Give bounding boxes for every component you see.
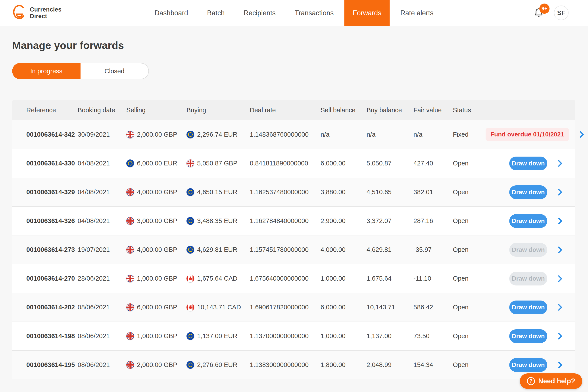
sell-balance-cell: 6,000.00: [321, 160, 367, 167]
flag-eur-icon: [187, 246, 194, 254]
booking-date-cell: 08/06/2021: [78, 361, 126, 368]
fair-value-cell: -11.10: [413, 275, 453, 282]
row-chevron[interactable]: [550, 160, 570, 167]
draw-down-button[interactable]: Draw down: [509, 300, 547, 314]
buy-balance-cell: 3,372.07: [367, 217, 413, 224]
flag-gbp-icon: [126, 361, 134, 369]
draw-down-button[interactable]: Draw down: [509, 185, 547, 199]
draw-down-button[interactable]: Draw down: [509, 156, 547, 170]
nav-item-dashboard[interactable]: Dashboard: [146, 0, 196, 26]
nav-item-transactions[interactable]: Transactions: [286, 0, 342, 26]
need-help-label: Need help?: [538, 377, 575, 385]
brand-logo[interactable]: Currencies Direct: [12, 5, 61, 20]
status-cell: Open: [453, 332, 486, 340]
buying-cell: 1,137.00 EUR: [187, 332, 250, 340]
column-header-selling: Selling: [126, 106, 187, 114]
column-header-reference: Reference: [26, 106, 78, 114]
flag-gbp-icon: [126, 246, 134, 254]
row-chevron[interactable]: [550, 361, 570, 369]
booking-date-cell: 08/06/2021: [78, 332, 126, 340]
question-icon: ?: [527, 377, 535, 385]
action-cell: Draw down: [486, 272, 550, 286]
buying-cell: 4,650.15 EUR: [187, 188, 250, 196]
need-help-button[interactable]: ? Need help?: [520, 374, 582, 389]
draw-down-button[interactable]: Draw down: [509, 214, 547, 228]
draw-down-button: Draw down: [509, 243, 547, 257]
selling-amount: 2,000.00 GBP: [137, 131, 177, 138]
selling-amount: 3,000.00 GBP: [137, 217, 177, 224]
reference-cell: 0010063614-330: [26, 160, 78, 167]
flag-eur-icon: [187, 217, 194, 225]
deal-rate-cell: 1.148368760000000: [250, 131, 321, 138]
nav-item-batch[interactable]: Batch: [199, 0, 233, 26]
row-chevron[interactable]: [550, 275, 570, 282]
flag-eur-icon: [187, 188, 194, 196]
buying-amount: 4,629.81 EUR: [197, 246, 237, 253]
row-chevron[interactable]: [550, 304, 570, 311]
booking-date-cell: 08/06/2021: [78, 304, 126, 311]
nav-item-rate-alerts[interactable]: Rate alerts: [392, 0, 442, 26]
flag-eur-icon: [187, 188, 194, 196]
draw-down-button[interactable]: Draw down: [509, 358, 547, 372]
status-cell: Open: [453, 361, 486, 368]
table-row[interactable]: 0010063614-198 08/06/2021 1,000.00 GBP 1…: [12, 322, 575, 350]
status-cell: Open: [453, 275, 486, 282]
table-row[interactable]: 0010063614-202 08/06/2021 6,000.00 GBP 1…: [12, 293, 575, 322]
nav-item-recipients[interactable]: Recipients: [235, 0, 284, 26]
column-header-sell-balance: Sell balance: [321, 106, 367, 114]
column-header-status: Status: [453, 106, 486, 114]
draw-down-button[interactable]: Draw down: [509, 329, 547, 343]
fair-value-cell: 586.42: [413, 304, 453, 311]
table-row[interactable]: 0010063614-270 28/06/2021 1,000.00 GBP 1…: [12, 264, 575, 293]
deal-rate-cell: 1.162537480000000: [250, 188, 321, 196]
fair-value-cell: 427.40: [413, 160, 453, 167]
buying-amount: 1,137.00 EUR: [197, 332, 237, 340]
row-chevron[interactable]: [550, 246, 570, 254]
selling-amount: 6,000.00 GBP: [137, 304, 177, 311]
chevron-right-icon: [558, 246, 563, 254]
nav-item-forwards[interactable]: Forwards: [344, 0, 390, 26]
sell-balance-cell: n/a: [321, 131, 367, 138]
selling-cell: 1,000.00 GBP: [126, 274, 187, 282]
notifications-button[interactable]: 9+: [533, 7, 545, 18]
action-cell: Draw down: [486, 300, 550, 314]
action-cell: Fund overdue 01/10/2021: [486, 128, 572, 141]
deal-rate-cell: 1.690617820000000: [250, 304, 321, 311]
sell-balance-cell: 6,000.00: [321, 304, 367, 311]
table-row[interactable]: 0010063614-329 04/08/2021 4,000.00 GBP 4…: [12, 178, 575, 206]
avatar[interactable]: SF: [554, 6, 569, 20]
row-chevron[interactable]: [572, 131, 588, 138]
buy-balance-cell: n/a: [367, 131, 413, 138]
brand-logo-icon: [12, 5, 26, 20]
fair-value-cell: 154.34: [413, 361, 453, 368]
row-chevron[interactable]: [550, 217, 570, 225]
row-chevron[interactable]: [550, 188, 570, 196]
buy-balance-cell: 4,510.65: [367, 188, 413, 196]
buying-amount: 5,050.87 GBP: [197, 160, 237, 167]
table-row[interactable]: 0010063614-342 30/09/2021 2,000.00 GBP 2…: [12, 120, 575, 149]
action-cell: Draw down: [486, 329, 550, 343]
flag-eur-icon: [187, 361, 194, 369]
buying-cell: 10,143.71 CAD: [187, 304, 250, 311]
table-body: 0010063614-342 30/09/2021 2,000.00 GBP 2…: [12, 120, 575, 379]
table-row[interactable]: 0010063614-330 04/08/2021 6,000.00 EUR 5…: [12, 149, 575, 178]
tab-closed[interactable]: Closed: [81, 63, 149, 79]
reference-cell: 0010063614-342: [26, 131, 78, 138]
table-row[interactable]: 0010063614-326 04/08/2021 3,000.00 GBP 3…: [12, 206, 575, 235]
sell-balance-cell: 1,800.00: [321, 361, 367, 368]
column-header-fair-value: Fair value: [413, 106, 453, 114]
buy-balance-cell: 5,050.87: [367, 160, 413, 167]
column-header-buy-balance: Buy balance: [367, 106, 413, 114]
reference-cell: 0010063614-270: [26, 275, 78, 282]
table-row[interactable]: 0010063614-273 19/07/2021 4,000.00 GBP 4…: [12, 235, 575, 264]
tab-in-progress[interactable]: In progress: [12, 63, 81, 79]
buying-amount: 1,675.64 CAD: [197, 275, 237, 282]
buying-amount: 2,276.60 EUR: [197, 361, 237, 368]
selling-cell: 6,000.00 EUR: [126, 160, 187, 167]
deal-rate-cell: 1.157451780000000: [250, 246, 321, 253]
row-chevron[interactable]: [550, 332, 570, 340]
table-row[interactable]: 0010063614-195 08/06/2021 2,000.00 GBP 2…: [12, 350, 575, 379]
brand-name-line2: Direct: [30, 13, 61, 20]
buying-cell: 1,675.64 CAD: [187, 274, 250, 282]
selling-amount: 4,000.00 GBP: [137, 246, 177, 253]
